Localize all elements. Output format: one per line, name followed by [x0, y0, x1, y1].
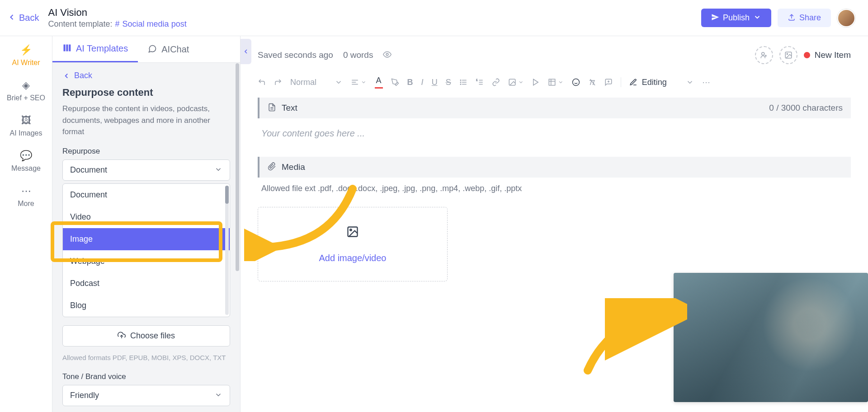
- media-block-header: Media: [258, 157, 851, 178]
- rail-more[interactable]: ⋯ More: [0, 185, 52, 208]
- option-image[interactable]: Image: [63, 228, 230, 250]
- emoji-button[interactable]: [572, 78, 580, 86]
- editing-label: Editing: [642, 78, 667, 87]
- tab-label: AIChat: [161, 44, 189, 55]
- svg-point-14: [460, 80, 461, 81]
- strike-button[interactable]: S: [446, 78, 451, 87]
- redo-button[interactable]: [274, 78, 282, 86]
- svg-point-7: [787, 53, 788, 54]
- header-right: Publish Share: [701, 9, 855, 27]
- subtitle-row: Content template: # Social media post: [48, 19, 186, 29]
- svg-point-4: [387, 53, 389, 56]
- paperclip-icon: [268, 162, 276, 172]
- document-icon: [268, 103, 276, 113]
- rail-message[interactable]: 💬 Message: [0, 150, 52, 173]
- add-collaborator-button[interactable]: [755, 46, 773, 64]
- left-rail: ⚡ AI Writer ◈ Brief + SEO 🖼 AI Images 💬 …: [0, 36, 52, 412]
- add-image-button[interactable]: [779, 46, 797, 64]
- subtitle-link[interactable]: # Social media post: [115, 19, 187, 29]
- tab-aichat[interactable]: AIChat: [138, 36, 199, 62]
- option-blog[interactable]: Blog: [63, 295, 230, 317]
- sidebar-body: Back Repurpose content Repurpose the con…: [52, 63, 240, 412]
- underline-button[interactable]: U: [432, 78, 438, 87]
- sidebar-back-label: Back: [74, 71, 92, 80]
- image-insert-button[interactable]: [508, 78, 524, 86]
- sidebar: AI Templates AIChat Back Repurpose conte…: [52, 36, 241, 412]
- header-back-label: Back: [19, 13, 39, 23]
- user-avatar[interactable]: [837, 9, 855, 27]
- undo-button[interactable]: [258, 78, 266, 86]
- text-block-header: Text 0 / 3000 characters: [258, 98, 851, 118]
- chat-icon: 💬: [20, 150, 32, 162]
- highlight-button[interactable]: [391, 78, 399, 86]
- repurpose-label: Repurpose: [62, 147, 230, 156]
- repurpose-value: Document: [70, 165, 107, 175]
- share-button[interactable]: Share: [778, 9, 831, 27]
- option-video[interactable]: Video: [63, 206, 230, 228]
- choose-files-button[interactable]: Choose files: [62, 325, 230, 346]
- editor-toolbar: Normal A B I U S 1 Editing: [258, 72, 851, 98]
- publish-label: Publish: [723, 13, 750, 23]
- subtitle-link-text: Social media post: [123, 19, 187, 29]
- status-dot-icon: [804, 52, 810, 58]
- sidebar-collapse-handle[interactable]: [241, 39, 251, 64]
- toolbar-separator: [621, 77, 621, 87]
- saved-status: Saved seconds ago: [258, 50, 333, 60]
- publish-button[interactable]: Publish: [701, 9, 771, 27]
- share-label: Share: [799, 13, 821, 23]
- choose-files-label: Choose files: [130, 331, 175, 341]
- sidebar-scrollbar[interactable]: [235, 63, 240, 412]
- rail-ai-images[interactable]: 🖼 AI Images: [0, 115, 52, 137]
- editor-top-right: New Item: [755, 46, 851, 64]
- header-back-link[interactable]: Back: [7, 13, 39, 23]
- italic-button[interactable]: I: [421, 78, 424, 87]
- title-block: AI Vision Content template: # Social med…: [48, 7, 186, 29]
- new-item-chip[interactable]: New Item: [804, 50, 851, 60]
- editing-mode-select[interactable]: Editing: [629, 78, 694, 87]
- hash-icon: #: [115, 19, 120, 29]
- tab-label: AI Templates: [76, 43, 128, 54]
- tone-select[interactable]: Friendly: [62, 385, 230, 406]
- bold-button[interactable]: B: [407, 78, 413, 87]
- font-color-button[interactable]: A: [375, 76, 383, 89]
- bullet-list-button[interactable]: [459, 78, 467, 86]
- dropdown-scrollbar[interactable]: [225, 186, 229, 315]
- allowed-formats-note: Allowed formats PDF, EPUB, MOBI, XPS, DO…: [62, 353, 230, 362]
- svg-rect-3: [69, 45, 71, 52]
- option-webpage[interactable]: Webpage: [63, 250, 230, 272]
- style-select[interactable]: Normal: [290, 78, 343, 87]
- align-button[interactable]: [351, 78, 367, 86]
- comment-button[interactable]: [604, 78, 613, 86]
- clear-format-button[interactable]: [588, 78, 596, 86]
- content-textarea[interactable]: Your content goes here ...: [258, 118, 851, 157]
- subtitle-label: Content template:: [48, 19, 112, 29]
- repurpose-dropdown: Document Video Image Webpage Podcast Blo…: [62, 183, 230, 317]
- number-list-button[interactable]: 1: [476, 78, 484, 86]
- option-podcast[interactable]: Podcast: [63, 272, 230, 295]
- video-button[interactable]: [532, 78, 540, 86]
- top-header: Back AI Vision Content template: # Socia…: [0, 0, 868, 36]
- tone-value: Friendly: [70, 391, 99, 400]
- style-label: Normal: [290, 78, 316, 87]
- cloud-upload-icon: [118, 331, 126, 341]
- svg-text:1: 1: [476, 79, 477, 81]
- svg-rect-23: [549, 79, 555, 85]
- table-button[interactable]: [548, 78, 564, 86]
- link-button[interactable]: [492, 78, 500, 86]
- preview-image[interactable]: [674, 273, 868, 402]
- repurpose-select[interactable]: Document: [62, 159, 230, 181]
- templates-icon: [62, 43, 71, 54]
- eye-icon[interactable]: [383, 50, 392, 60]
- more-toolbar-button[interactable]: ⋯: [702, 77, 710, 87]
- sidebar-back-link[interactable]: Back: [62, 71, 230, 80]
- option-document[interactable]: Document: [63, 184, 230, 206]
- main-layout: ⚡ AI Writer ◈ Brief + SEO 🖼 AI Images 💬 …: [0, 36, 868, 412]
- sidebar-heading: Repurpose content: [62, 87, 230, 98]
- rail-ai-writer[interactable]: ⚡ AI Writer: [0, 44, 52, 67]
- upload-icon: [788, 13, 796, 23]
- rail-brief-seo[interactable]: ◈ Brief + SEO: [0, 80, 52, 102]
- word-count: 0 words: [343, 50, 373, 60]
- sidebar-description: Repurpose the content in videos, podcast…: [62, 103, 230, 138]
- tab-ai-templates[interactable]: AI Templates: [52, 36, 138, 62]
- rail-label: More: [18, 200, 34, 208]
